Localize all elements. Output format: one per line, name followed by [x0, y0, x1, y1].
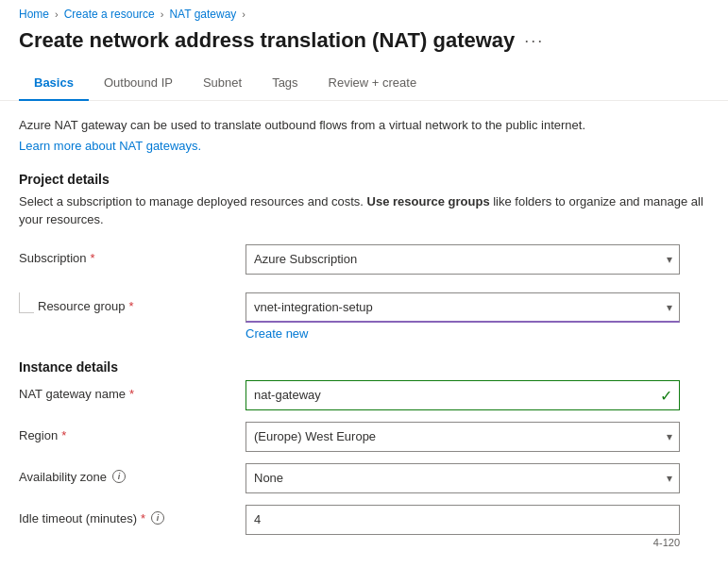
- idle-timeout-label: Idle timeout (minutes) * i: [19, 511, 245, 525]
- content-area: Azure NAT gateway can be used to transla…: [0, 101, 728, 567]
- idle-timeout-info-icon[interactable]: i: [151, 511, 164, 525]
- availability-zone-info-icon[interactable]: i: [112, 470, 126, 483]
- page-header: Create network address translation (NAT)…: [0, 25, 728, 68]
- rg-indent: Resource group *: [19, 286, 245, 313]
- breadcrumb-sep-2: ›: [161, 8, 164, 20]
- breadcrumb-sep-3: ›: [242, 8, 245, 20]
- region-dropdown-wrapper: (Europe) West Europe ▾: [245, 422, 680, 452]
- availability-zone-dropdown[interactable]: None 1 2 3: [245, 463, 680, 493]
- subscription-row: Subscription * Azure Subscription ▾: [19, 244, 709, 275]
- project-details-desc: Select a subscription to manage deployed…: [19, 192, 709, 229]
- nat-name-row: NAT gateway name * ✓: [19, 380, 709, 410]
- idle-timeout-range-hint: 4-120: [245, 537, 680, 548]
- page-title: Create network address translation (NAT)…: [19, 28, 515, 53]
- subscription-dropdown-wrapper: Azure Subscription ▾: [245, 244, 680, 275]
- idle-timeout-row: Idle timeout (minutes) * i 4-120: [19, 505, 709, 548]
- more-options-icon[interactable]: ···: [524, 31, 544, 51]
- tab-review-create[interactable]: Review + create: [313, 68, 432, 101]
- nat-name-label: NAT gateway name *: [19, 387, 245, 401]
- breadcrumb-nat-gateway[interactable]: NAT gateway: [169, 8, 236, 21]
- idle-timeout-required: *: [141, 511, 145, 525]
- region-row: Region * (Europe) West Europe ▾: [19, 422, 709, 452]
- nat-name-input-wrapper: ✓: [245, 380, 680, 410]
- availability-zone-dropdown-wrapper: None 1 2 3 ▾: [245, 463, 680, 493]
- tab-bar: Basics Outbound IP Subnet Tags Review + …: [0, 68, 728, 101]
- subscription-label: Subscription *: [19, 251, 245, 265]
- breadcrumb-create-resource[interactable]: Create a resource: [64, 8, 155, 21]
- learn-more-link[interactable]: Learn more about NAT gateways.: [19, 139, 201, 153]
- breadcrumb: Home › Create a resource › NAT gateway ›: [0, 0, 728, 25]
- availability-zone-row: Availability zone i None 1 2 3 ▾: [19, 463, 709, 493]
- availability-zone-label: Availability zone i: [19, 470, 245, 484]
- nat-name-input[interactable]: [245, 380, 680, 410]
- region-label: Region *: [19, 428, 245, 442]
- resource-group-row: Resource group * vnet-integration-setup …: [19, 286, 709, 341]
- idle-timeout-input[interactable]: [245, 505, 680, 535]
- tab-tags[interactable]: Tags: [257, 68, 313, 101]
- subscription-required: *: [91, 251, 95, 265]
- rg-required: *: [129, 299, 134, 313]
- rg-indent-line: [19, 292, 34, 313]
- region-required: *: [61, 428, 66, 442]
- subscription-dropdown[interactable]: Azure Subscription: [245, 244, 680, 275]
- tab-outbound-ip[interactable]: Outbound IP: [89, 68, 188, 101]
- instance-details-header: Instance details: [19, 359, 709, 375]
- nat-name-required: *: [129, 387, 134, 401]
- resource-group-dropdown-wrapper: vnet-integration-setup ▾: [245, 292, 680, 323]
- breadcrumb-sep-1: ›: [55, 8, 59, 20]
- info-description: Azure NAT gateway can be used to transla…: [19, 116, 709, 135]
- tab-subnet[interactable]: Subnet: [188, 68, 257, 101]
- create-new-rg-link[interactable]: Create new: [245, 326, 308, 341]
- resource-group-label: Resource group *: [38, 292, 134, 313]
- breadcrumb-home[interactable]: Home: [19, 8, 49, 21]
- resource-group-dropdown[interactable]: vnet-integration-setup: [245, 292, 680, 323]
- nat-name-valid-icon: ✓: [660, 386, 672, 404]
- region-dropdown[interactable]: (Europe) West Europe: [245, 422, 680, 452]
- tab-basics[interactable]: Basics: [19, 68, 89, 101]
- project-details-header: Project details: [19, 172, 709, 187]
